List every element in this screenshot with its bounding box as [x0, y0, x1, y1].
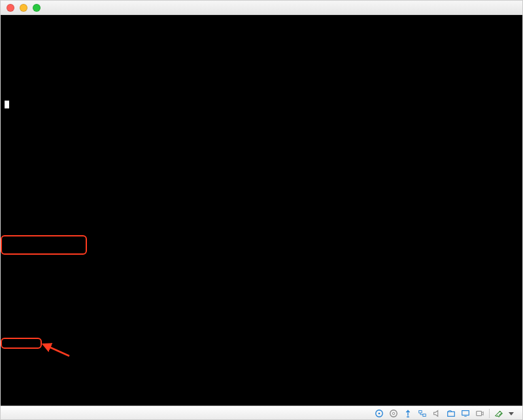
arrow-down-icon: [508, 410, 515, 417]
minimize-button[interactable]: [20, 4, 27, 12]
usb-icon[interactable]: [403, 408, 413, 419]
optical-icon[interactable]: [388, 408, 399, 419]
zoom-button[interactable]: [33, 4, 41, 12]
statusbar-separator: [489, 409, 490, 418]
svg-rect-5: [419, 410, 422, 413]
svg-point-2: [379, 412, 380, 414]
close-button[interactable]: [7, 4, 14, 12]
svg-rect-8: [462, 410, 469, 415]
blank-line: [5, 35, 518, 44]
display-icon[interactable]: [460, 408, 471, 419]
svg-point-3: [390, 410, 397, 417]
svg-rect-9: [477, 411, 482, 415]
audio-icon[interactable]: [431, 408, 442, 419]
blank-line: [5, 72, 518, 81]
svg-rect-6: [423, 413, 426, 416]
shared-folder-icon[interactable]: [446, 408, 456, 419]
arrow-annotation: [40, 340, 73, 359]
host-key-label: [508, 410, 518, 417]
highlight-complete: [1, 338, 42, 349]
recording-icon[interactable]: [475, 408, 485, 419]
host-key-icon[interactable]: [494, 408, 504, 419]
highlight-dependency-updated: [1, 235, 87, 255]
window-controls: [1, 4, 41, 12]
terminal-output[interactable]: [1, 15, 522, 406]
svg-line-0: [43, 344, 69, 356]
hdd-icon[interactable]: [374, 408, 384, 419]
cursor: [5, 101, 9, 108]
svg-point-4: [392, 412, 395, 415]
network-icon[interactable]: [417, 408, 428, 419]
window-titlebar: [1, 1, 522, 15]
svg-rect-7: [448, 412, 455, 416]
prompt-line: [5, 99, 518, 108]
vm-statusbar: [1, 406, 522, 420]
